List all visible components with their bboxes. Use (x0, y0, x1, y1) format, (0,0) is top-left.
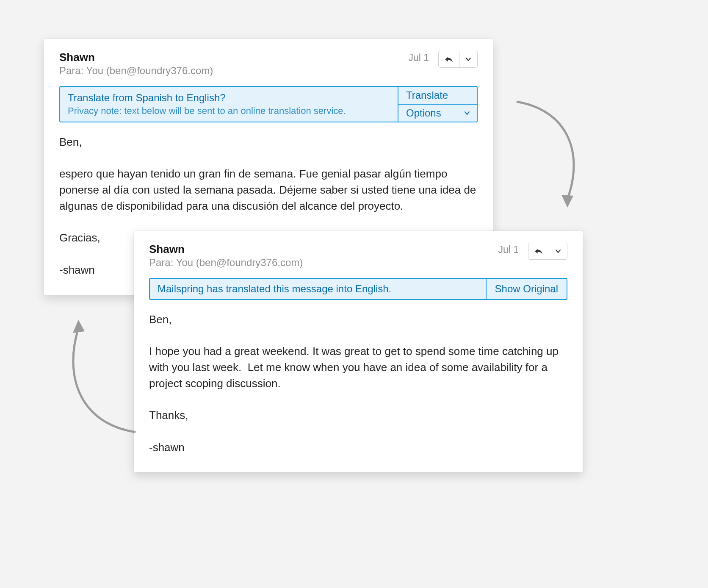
translate-prompt-title: Translate from Spanish to English? (68, 92, 390, 104)
show-original-button[interactable]: Show Original (486, 279, 567, 299)
email-date: Jul 1 (408, 52, 429, 64)
translate-prompt-subtitle: Privacy note: text below will be sent to… (68, 105, 390, 116)
chevron-down-icon (465, 56, 471, 62)
recipient-line: Para: You (ben@foundry376.com) (59, 65, 408, 77)
reply-icon (534, 248, 543, 255)
sender-name: Shawn (59, 51, 408, 64)
chevron-down-icon (555, 248, 561, 254)
reply-button[interactable] (439, 51, 459, 67)
reply-dropdown-button[interactable] (549, 243, 567, 259)
email-header: Shawn Para: You (ben@foundry376.com) Jul… (59, 51, 478, 77)
reply-button-group (438, 51, 478, 68)
email-body-translated: Ben, I hope you had a great weekend. It … (149, 312, 567, 455)
arrow-up-icon (55, 305, 157, 441)
header-names: Shawn Para: You (ben@foundry376.com) (59, 51, 408, 77)
translated-banner-msg: Mailspring has translated this message i… (150, 279, 486, 299)
translate-options-button[interactable]: Options (398, 104, 477, 122)
translate-prompt-actions: Translate Options (398, 87, 477, 122)
email-card-translated: Shawn Para: You (ben@foundry376.com) Jul… (134, 231, 583, 472)
translate-button-label: Translate (406, 89, 448, 101)
reply-button[interactable] (528, 243, 549, 259)
translate-prompt-text: Translate from Spanish to English? Priva… (60, 87, 398, 122)
reply-dropdown-button[interactable] (459, 51, 477, 67)
reply-icon (445, 56, 453, 63)
email-header: Shawn Para: You (ben@foundry376.com) Jul… (149, 243, 567, 269)
translated-banner: Mailspring has translated this message i… (149, 278, 567, 300)
svg-marker-1 (73, 320, 85, 333)
chevron-down-icon (464, 110, 470, 116)
reply-button-group (528, 243, 567, 260)
translate-button[interactable]: Translate (398, 87, 477, 104)
header-names: Shawn Para: You (ben@foundry376.com) (149, 243, 498, 269)
svg-marker-0 (561, 195, 573, 208)
translate-prompt-banner: Translate from Spanish to English? Priva… (59, 86, 478, 122)
arrow-down-icon (500, 97, 601, 216)
demo-canvas: Shawn Para: You (ben@foundry376.com) Jul… (0, 0, 708, 588)
translate-options-label: Options (406, 107, 441, 119)
show-original-label: Show Original (495, 283, 558, 294)
email-date: Jul 1 (498, 244, 519, 255)
sender-name: Shawn (149, 243, 498, 256)
recipient-line: Para: You (ben@foundry376.com) (149, 257, 498, 269)
